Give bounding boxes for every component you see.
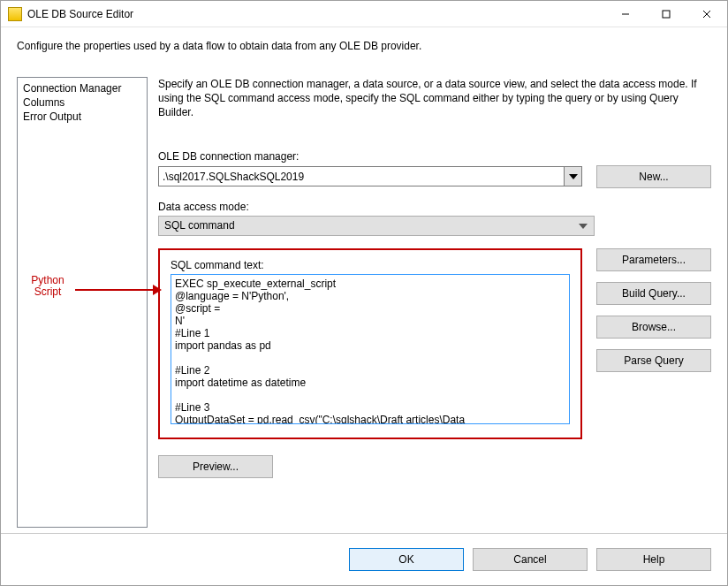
sql-command-highlight-box: SQL command text: — [158, 248, 582, 439]
annotation-callout: Python Script — [17, 275, 79, 298]
help-button[interactable]: Help — [596, 548, 711, 571]
page-intro: Specify an OLE DB connection manager, a … — [158, 77, 711, 120]
connection-manager-combo[interactable]: .\sql2017.SQLShackSQL2019 — [158, 166, 582, 186]
preview-button[interactable]: Preview... — [158, 455, 273, 478]
parse-query-button[interactable]: Parse Query — [596, 349, 711, 372]
data-access-mode-combo[interactable]: SQL command — [158, 216, 595, 236]
data-access-mode-value: SQL command — [164, 219, 235, 232]
dialog-footer: OK Cancel Help — [1, 534, 727, 585]
svg-marker-4 — [569, 174, 578, 179]
ok-button[interactable]: OK — [349, 548, 464, 571]
maximize-icon — [662, 10, 671, 19]
maximize-button[interactable] — [646, 1, 686, 27]
titlebar: OLE DB Source Editor — [1, 1, 727, 27]
sql-command-text-input[interactable] — [171, 274, 570, 424]
window-icon — [8, 7, 22, 21]
close-icon — [702, 10, 711, 19]
sql-command-text-label: SQL command text: — [171, 259, 570, 271]
svg-rect-1 — [663, 11, 670, 18]
connection-manager-value: .\sql2017.SQLShackSQL2019 — [163, 171, 304, 183]
close-button[interactable] — [686, 1, 727, 27]
chevron-down-icon[interactable] — [564, 167, 581, 186]
data-access-mode-label: Data access mode: — [158, 201, 711, 213]
parameters-button[interactable]: Parameters... — [596, 248, 711, 271]
window-title: OLE DB Source Editor — [27, 8, 605, 20]
svg-marker-5 — [579, 224, 588, 229]
annotation-arrow-line — [75, 289, 158, 291]
page-list[interactable]: Connection Manager Columns Error Output — [17, 77, 148, 528]
chevron-down-icon[interactable] — [576, 219, 590, 233]
oledb-source-editor-window: OLE DB Source Editor Configure the prope… — [0, 0, 728, 586]
build-query-button[interactable]: Build Query... — [596, 282, 711, 305]
sidebar-item-columns[interactable]: Columns — [23, 95, 141, 110]
annotation-line1: Python — [17, 275, 79, 286]
minimize-icon — [621, 10, 630, 19]
connection-manager-label: OLE DB connection manager: — [158, 150, 711, 163]
dialog-description: Configure the properties used by a data … — [17, 40, 711, 52]
browse-button[interactable]: Browse... — [596, 316, 711, 339]
new-connection-button[interactable]: New... — [596, 165, 711, 188]
sidebar-item-error-output[interactable]: Error Output — [23, 110, 141, 124]
cancel-button[interactable]: Cancel — [473, 548, 588, 571]
annotation-line2: Script — [17, 286, 79, 298]
minimize-button[interactable] — [605, 1, 646, 27]
sidebar-item-connection-manager[interactable]: Connection Manager — [23, 81, 141, 95]
